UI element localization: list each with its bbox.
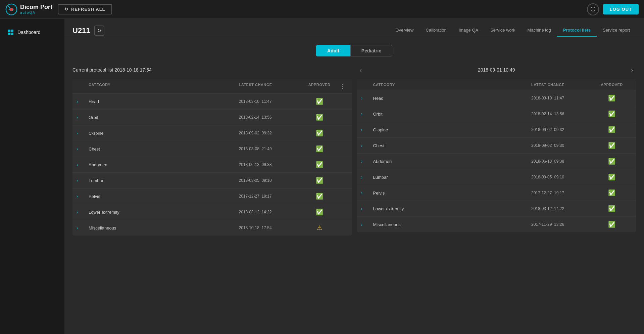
approved-check-icon: ✅ [316, 98, 323, 105]
row-category: Miscellaneous [373, 222, 532, 227]
row-category: Pelvis [89, 194, 239, 199]
row-chevron: › [361, 222, 373, 227]
right-col-approved: APPROVED [592, 83, 632, 87]
logout-button[interactable]: LOG OUT [603, 4, 639, 14]
table-row[interactable]: › Lower extremity 2018-03-12 14:22 ✅ [357, 201, 636, 216]
approved-check-icon: ✅ [608, 173, 615, 181]
right-table-body: › Head 2018-03-10 11:47 ✅ › Orbit 2018-0… [357, 90, 636, 232]
row-chevron: › [361, 206, 373, 211]
row-chevron: › [361, 95, 373, 101]
right-table-header: CATEGORY LATEST CHANGE APPROVED [357, 79, 636, 90]
row-category: Lumbar [89, 178, 239, 183]
row-approved: ✅ [592, 205, 632, 212]
table-row[interactable]: › Abdomen 2018-06-13 09:38 ✅ [357, 153, 636, 169]
row-chevron: › [77, 194, 89, 199]
row-approved: ✅ [299, 98, 340, 105]
content-area: Adult Pediatric Current protocol list 20… [64, 37, 644, 334]
tab-calibration[interactable]: Calibration [420, 24, 453, 37]
table-row[interactable]: › Pelvis 2017-12-27 19:17 ✅ [357, 185, 636, 201]
table-row[interactable]: › Lumbar 2018-03-05 09:10 ✅ [72, 172, 352, 188]
table-row[interactable]: › C-spine 2018-09-02 09:32 ✅ [72, 125, 352, 141]
row-date: 2018-03-05 09:10 [239, 178, 299, 183]
row-category: Abdomen [89, 162, 239, 167]
tab-servicereport[interactable]: Service report [597, 24, 636, 37]
row-date: 2018-09-02 09:30 [531, 143, 592, 148]
device-refresh-button[interactable]: ↻ [94, 26, 104, 36]
table-row[interactable]: › Chest 2018-03-08 21:49 ✅ [72, 141, 352, 157]
device-header: U211 ↻ Overview Calibration Image QA Ser… [64, 19, 644, 37]
row-chevron: › [77, 225, 89, 231]
row-approved: ✅ [592, 173, 632, 181]
table-row[interactable]: › Head 2018-03-10 11:47 ✅ [72, 93, 352, 109]
row-approved: ✅ [299, 161, 340, 168]
sidebar-item-dashboard[interactable]: Dashboard [0, 26, 64, 39]
table-row[interactable]: › Head 2018-03-10 11:47 ✅ [357, 90, 636, 106]
more-options-icon[interactable]: ⋮ [340, 83, 346, 90]
row-chevron: › [361, 127, 373, 132]
toggle-adult[interactable]: Adult [316, 45, 350, 56]
right-panel-date: 2018-09-01 10:49 [478, 67, 515, 73]
tab-overview[interactable]: Overview [389, 24, 419, 37]
device-left: U211 ↻ [72, 26, 104, 36]
refresh-label: REFRESH ALL [71, 7, 105, 12]
table-row[interactable]: › Abdomen 2018-06-13 09:38 ✅ [72, 157, 352, 172]
nav-tabs: Overview Calibration Image QA Service wo… [389, 24, 636, 37]
row-approved: ✅ [592, 158, 632, 165]
row-approved: ✅ [299, 208, 340, 216]
next-date-button[interactable]: › [628, 65, 636, 75]
row-category: Pelvis [373, 191, 532, 196]
table-row[interactable]: › Lower extremity 2018-03-12 14:22 ✅ [72, 204, 352, 220]
info-button[interactable]: ⓘ [587, 3, 599, 15]
approved-check-icon: ✅ [608, 205, 615, 212]
refresh-all-button[interactable]: ↻ REFRESH ALL [58, 4, 112, 14]
right-panel: ‹ 2018-09-01 10:49 › CATEGORY LATEST CHA… [357, 65, 636, 236]
row-chevron: › [77, 209, 89, 215]
row-category: Orbit [89, 115, 239, 120]
prev-date-button[interactable]: ‹ [357, 65, 365, 75]
row-date: 2017-12-27 19:17 [531, 191, 592, 195]
main-layout: Dashboard U211 ↻ Overview Calibration Im… [0, 19, 644, 334]
table-row[interactable]: › Orbit 2018-02-14 13:56 ✅ [72, 109, 352, 125]
row-date: 2018-03-12 14:22 [239, 210, 299, 214]
table-row[interactable]: › C-spine 2018-09-02 09:32 ✅ [357, 122, 636, 137]
row-category: C-spine [373, 127, 532, 132]
table-row[interactable]: › Lumbar 2018-03-05 09:10 ✅ [357, 169, 636, 185]
row-category: Chest [89, 147, 239, 152]
tab-machinelog[interactable]: Machine log [522, 24, 557, 37]
logo: Dicom Port autoQA [5, 3, 52, 15]
row-category: Orbit [373, 112, 532, 117]
approved-check-icon: ✅ [608, 158, 615, 165]
table-row[interactable]: › Miscellaneous 2018-10-18 17:54 ⚠ [72, 220, 352, 236]
toggle-pediatric[interactable]: Pediatric [350, 45, 392, 56]
approved-check-icon: ✅ [316, 145, 323, 153]
row-approved: ✅ [592, 126, 632, 133]
tab-protocollists[interactable]: Protocol lists [557, 24, 597, 37]
table-row[interactable]: › Miscellaneous 2017-11-29 13:26 ✅ [357, 216, 636, 232]
row-chevron: › [77, 115, 89, 120]
refresh-icon: ↻ [64, 7, 68, 12]
table-row[interactable]: › Pelvis 2017-12-27 19:17 ✅ [72, 188, 352, 204]
row-category: Abdomen [373, 159, 532, 164]
row-approved: ✅ [592, 221, 632, 228]
row-date: 2018-06-13 09:38 [531, 159, 592, 164]
right-table: CATEGORY LATEST CHANGE APPROVED › Head 2… [357, 79, 636, 232]
row-chevron: › [361, 111, 373, 117]
left-panel: Current protocol list 2018-10-18 17:54 C… [72, 65, 352, 236]
table-row[interactable]: › Chest 2018-09-02 09:30 ✅ [357, 137, 636, 153]
row-category: Chest [373, 143, 532, 148]
row-approved: ✅ [299, 114, 340, 121]
right-col-latest-change: LATEST CHANGE [531, 83, 592, 87]
row-date: 2018-03-10 11:47 [239, 99, 299, 104]
approved-check-icon: ✅ [316, 114, 323, 121]
row-chevron: › [77, 162, 89, 167]
tab-imageqa[interactable]: Image QA [453, 24, 485, 37]
row-category: C-spine [89, 131, 239, 136]
row-date: 2017-12-27 19:17 [239, 194, 299, 199]
main-content: U211 ↻ Overview Calibration Image QA Ser… [64, 19, 644, 334]
logo-sub-text: autoQA [20, 11, 52, 14]
tab-servicework[interactable]: Service work [484, 24, 521, 37]
row-category: Lower extremity [89, 210, 239, 215]
panels: Current protocol list 2018-10-18 17:54 C… [72, 65, 636, 236]
approved-check-icon: ✅ [608, 142, 615, 149]
table-row[interactable]: › Orbit 2018-02-14 13:56 ✅ [357, 106, 636, 122]
